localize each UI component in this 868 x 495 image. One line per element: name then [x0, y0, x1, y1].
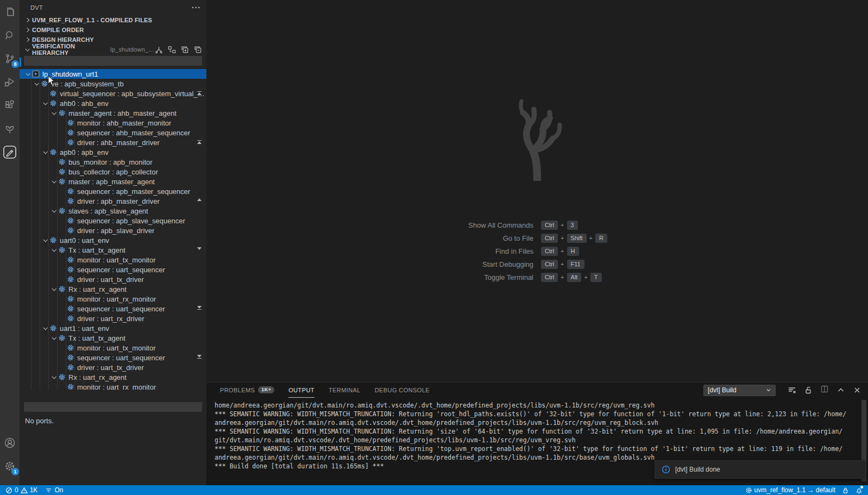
clear-output-icon[interactable] — [788, 386, 796, 394]
new-view-icon[interactable] — [181, 46, 189, 54]
tree-item[interactable]: sequencer : ahb_master_sequencer — [20, 128, 206, 137]
tree-item[interactable]: driver : uart_tx_driver — [20, 274, 206, 284]
section-compile-order[interactable]: COMPILE ORDER — [20, 25, 206, 35]
merge-instances-icon[interactable] — [168, 46, 176, 54]
chevron-down-icon[interactable] — [41, 236, 49, 244]
chevron-down-icon[interactable] — [50, 285, 58, 293]
tree-item[interactable]: Rx : uart_rx_agent — [20, 284, 206, 294]
chevron-down-icon[interactable] — [33, 80, 40, 87]
output-channel-select[interactable]: [dvt] Build — [703, 385, 776, 396]
lock-status[interactable] — [842, 487, 849, 494]
sidebar-accent-bar — [20, 58, 21, 67]
chevron-down-icon[interactable] — [41, 99, 49, 107]
collapse-all-icon[interactable] — [194, 46, 202, 54]
tab-terminal[interactable]: TERMINAL — [329, 383, 361, 398]
tree-item[interactable]: monitor : uart_tx_monitor — [20, 343, 206, 353]
dvt-project-status[interactable]: uvm_ref_flow_1.1 → default — [745, 486, 835, 494]
unlock-icon[interactable] — [804, 386, 813, 394]
hierarchy-branch-icon[interactable] — [155, 46, 163, 54]
tree-item[interactable]: driver : ahb_master_driver — [20, 137, 206, 147]
dvt-coral-watermark — [502, 97, 573, 183]
tree-item[interactable]: master : apb_master_agent — [20, 177, 206, 186]
key-cap: 3 — [567, 221, 578, 230]
tree-item[interactable]: driver : apb_slave_driver — [20, 225, 206, 235]
section-verification-hierarchy[interactable]: VERIFICATION HIERARCHY lp_shutdown_urt1 — [20, 45, 206, 54]
source-control-icon[interactable]: 8 — [2, 51, 17, 66]
tree-item[interactable]: ahb0 : ahb_env — [20, 98, 206, 108]
tree-item[interactable]: Tx : uart_tx_agent — [20, 333, 206, 343]
tree-item[interactable]: bus_collector : apb_collector — [20, 167, 206, 177]
problems-status[interactable]: 0 1K — [5, 485, 37, 495]
accounts-icon[interactable] — [2, 435, 17, 450]
tree-item[interactable]: driver : uart_tx_driver — [20, 362, 206, 372]
tree-item-label: driver : ahb_master_driver — [77, 139, 160, 147]
chevron-down-icon[interactable] — [50, 334, 58, 342]
tree-item[interactable]: apb0 : apb_env — [20, 147, 206, 157]
problems-count-badge: 1K+ — [258, 386, 274, 393]
chevron-down-icon[interactable] — [50, 207, 58, 215]
ports-filter-input[interactable] — [24, 402, 202, 412]
tree-item[interactable]: lp_shutdown_urt1 — [20, 69, 206, 79]
dvt-on-status[interactable]: On — [45, 485, 63, 495]
tree-item[interactable]: sequencer : apb_master_sequencer — [20, 186, 206, 196]
chevron-down-icon[interactable] — [50, 246, 58, 254]
extensions-icon[interactable] — [2, 98, 17, 113]
run-and-debug-icon[interactable] — [2, 74, 17, 90]
tab-output[interactable]: OUTPUT — [288, 383, 315, 398]
tree-item-label: virtual_sequencer : apb_subsystem_virtua… — [60, 90, 206, 98]
chevron-down-icon[interactable] — [24, 70, 32, 78]
section-compiled-files[interactable]: UVM_REF_FLOW_1.1 - COMPILED FILES — [20, 15, 206, 25]
chevron-down-icon[interactable] — [41, 324, 49, 332]
tree-item[interactable]: Rx : uart_rx_agent — [20, 372, 206, 382]
tree-item[interactable]: monitor : ahb_master_monitor — [20, 118, 206, 128]
chevron-placeholder — [59, 187, 66, 195]
tree-item[interactable]: ve : apb_subsystem_tb — [20, 79, 206, 89]
tree-item[interactable]: driver : uart_rx_driver — [20, 314, 206, 323]
chevron-down-icon[interactable] — [41, 148, 49, 156]
tree-item[interactable]: sequencer : uart_sequencer — [20, 353, 206, 362]
settings-gear-icon[interactable]: 1 — [2, 459, 17, 474]
chevron-down-icon[interactable] — [50, 109, 58, 117]
close-panel-icon[interactable] — [853, 386, 861, 394]
tree-item[interactable]: slaves : apb_slave_agent — [20, 206, 206, 216]
dvt-icon[interactable] — [2, 145, 17, 160]
search-icon[interactable] — [2, 28, 17, 43]
tree-item[interactable]: monitor : uart_tx_monitor — [20, 255, 206, 265]
tree-item-label: driver : uart_rx_driver — [77, 315, 144, 323]
explorer-icon[interactable] — [2, 4, 17, 20]
shortcut-row: Go to FileCtrl+Shift+R — [408, 234, 666, 243]
tab-problems[interactable]: PROBLEMS 1K+ — [220, 383, 274, 398]
tree-item[interactable]: virtual_sequencer : apb_subsystem_virtua… — [20, 89, 206, 98]
scroll-marker-pin-top-icon[interactable] — [197, 91, 202, 95]
maximize-panel-icon[interactable] — [836, 386, 845, 394]
tree-item[interactable]: bus_monitor : apb_monitor — [20, 157, 206, 167]
chevron-down-icon[interactable] — [50, 178, 58, 185]
scroll-marker-pin-bottom-icon[interactable] — [197, 306, 202, 310]
notification-toast[interactable]: [dvt] Build done — [655, 460, 866, 479]
uvm-component-icon — [66, 364, 75, 371]
more-actions-icon[interactable]: ··· — [192, 3, 201, 12]
tree-item[interactable]: master_agent : ahb_master_agent — [20, 108, 206, 118]
tree-item[interactable]: sequencer : apb_slave_sequencer — [20, 216, 206, 225]
tree-item[interactable]: sequencer : uart_sequencer — [20, 304, 206, 314]
tree-item[interactable]: monitor : uart_rx_monitor — [20, 294, 206, 304]
dvt-verification-tree-icon[interactable] — [2, 121, 17, 136]
tree-item-label: sequencer : uart_sequencer — [77, 354, 165, 362]
chevron-down-icon[interactable] — [50, 373, 58, 381]
open-in-editor-icon[interactable] — [820, 385, 829, 393]
scroll-marker-pin-top-icon[interactable] — [197, 140, 202, 144]
tree-item[interactable]: Tx : uart_tx_agent — [20, 245, 206, 255]
tree-item[interactable]: driver : apb_master_driver — [20, 196, 206, 206]
scroll-marker-down-icon[interactable] — [197, 247, 202, 250]
shortcut-keys: Ctrl+3 — [541, 221, 666, 230]
tree-item[interactable]: monitor : uart_rx_monitor — [20, 382, 206, 390]
scroll-marker-up-icon[interactable] — [197, 198, 202, 201]
tree-item[interactable]: uart0 : uart_env — [20, 235, 206, 245]
tree-item-label: ve : apb_subsystem_tb — [51, 80, 124, 88]
notifications-status[interactable] — [856, 487, 863, 494]
tree-filter-input[interactable] — [24, 56, 202, 66]
tree-item[interactable]: sequencer : uart_sequencer — [20, 265, 206, 274]
tree-item[interactable]: uart1 : uart_env — [20, 323, 206, 333]
tab-debug-console[interactable]: DEBUG CONSOLE — [375, 383, 430, 398]
scroll-marker-pin-bottom-icon[interactable] — [197, 355, 202, 359]
